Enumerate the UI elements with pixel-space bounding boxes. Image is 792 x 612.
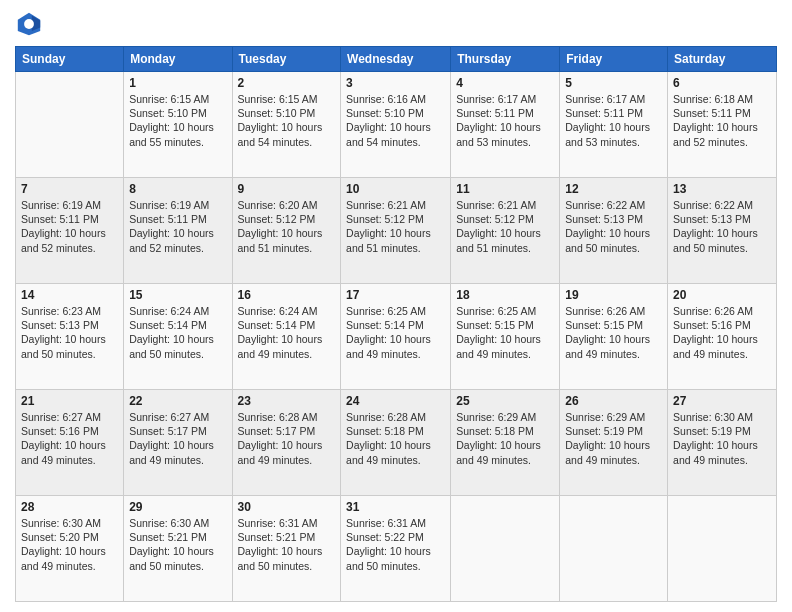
day-number: 7 xyxy=(21,182,118,196)
day-cell: 12Sunrise: 6:22 AM Sunset: 5:13 PM Dayli… xyxy=(560,178,668,284)
day-number: 31 xyxy=(346,500,445,514)
day-cell: 6Sunrise: 6:18 AM Sunset: 5:11 PM Daylig… xyxy=(668,72,777,178)
svg-point-2 xyxy=(24,19,34,29)
day-number: 10 xyxy=(346,182,445,196)
day-cell: 21Sunrise: 6:27 AM Sunset: 5:16 PM Dayli… xyxy=(16,390,124,496)
calendar: SundayMondayTuesdayWednesdayThursdayFrid… xyxy=(15,46,777,602)
day-info: Sunrise: 6:16 AM Sunset: 5:10 PM Dayligh… xyxy=(346,92,445,149)
day-info: Sunrise: 6:15 AM Sunset: 5:10 PM Dayligh… xyxy=(129,92,226,149)
day-number: 4 xyxy=(456,76,554,90)
day-info: Sunrise: 6:28 AM Sunset: 5:18 PM Dayligh… xyxy=(346,410,445,467)
day-number: 14 xyxy=(21,288,118,302)
col-header-monday: Monday xyxy=(124,47,232,72)
day-cell: 11Sunrise: 6:21 AM Sunset: 5:12 PM Dayli… xyxy=(451,178,560,284)
day-cell: 28Sunrise: 6:30 AM Sunset: 5:20 PM Dayli… xyxy=(16,496,124,602)
day-number: 8 xyxy=(129,182,226,196)
day-number: 1 xyxy=(129,76,226,90)
day-info: Sunrise: 6:23 AM Sunset: 5:13 PM Dayligh… xyxy=(21,304,118,361)
calendar-header-row: SundayMondayTuesdayWednesdayThursdayFrid… xyxy=(16,47,777,72)
day-cell: 30Sunrise: 6:31 AM Sunset: 5:21 PM Dayli… xyxy=(232,496,341,602)
day-info: Sunrise: 6:25 AM Sunset: 5:15 PM Dayligh… xyxy=(456,304,554,361)
day-info: Sunrise: 6:26 AM Sunset: 5:15 PM Dayligh… xyxy=(565,304,662,361)
day-cell: 22Sunrise: 6:27 AM Sunset: 5:17 PM Dayli… xyxy=(124,390,232,496)
day-number: 15 xyxy=(129,288,226,302)
day-info: Sunrise: 6:29 AM Sunset: 5:19 PM Dayligh… xyxy=(565,410,662,467)
day-number: 26 xyxy=(565,394,662,408)
day-cell: 8Sunrise: 6:19 AM Sunset: 5:11 PM Daylig… xyxy=(124,178,232,284)
day-number: 30 xyxy=(238,500,336,514)
day-info: Sunrise: 6:31 AM Sunset: 5:22 PM Dayligh… xyxy=(346,516,445,573)
day-number: 16 xyxy=(238,288,336,302)
col-header-thursday: Thursday xyxy=(451,47,560,72)
day-number: 12 xyxy=(565,182,662,196)
day-cell: 2Sunrise: 6:15 AM Sunset: 5:10 PM Daylig… xyxy=(232,72,341,178)
day-cell: 3Sunrise: 6:16 AM Sunset: 5:10 PM Daylig… xyxy=(341,72,451,178)
day-cell: 24Sunrise: 6:28 AM Sunset: 5:18 PM Dayli… xyxy=(341,390,451,496)
week-row-0: 1Sunrise: 6:15 AM Sunset: 5:10 PM Daylig… xyxy=(16,72,777,178)
day-info: Sunrise: 6:18 AM Sunset: 5:11 PM Dayligh… xyxy=(673,92,771,149)
day-cell: 7Sunrise: 6:19 AM Sunset: 5:11 PM Daylig… xyxy=(16,178,124,284)
day-number: 27 xyxy=(673,394,771,408)
day-number: 24 xyxy=(346,394,445,408)
day-cell: 29Sunrise: 6:30 AM Sunset: 5:21 PM Dayli… xyxy=(124,496,232,602)
day-number: 11 xyxy=(456,182,554,196)
day-cell: 9Sunrise: 6:20 AM Sunset: 5:12 PM Daylig… xyxy=(232,178,341,284)
day-cell xyxy=(668,496,777,602)
col-header-wednesday: Wednesday xyxy=(341,47,451,72)
week-row-2: 14Sunrise: 6:23 AM Sunset: 5:13 PM Dayli… xyxy=(16,284,777,390)
day-cell: 26Sunrise: 6:29 AM Sunset: 5:19 PM Dayli… xyxy=(560,390,668,496)
day-cell: 4Sunrise: 6:17 AM Sunset: 5:11 PM Daylig… xyxy=(451,72,560,178)
day-cell: 13Sunrise: 6:22 AM Sunset: 5:13 PM Dayli… xyxy=(668,178,777,284)
day-number: 9 xyxy=(238,182,336,196)
page: SundayMondayTuesdayWednesdayThursdayFrid… xyxy=(0,0,792,612)
week-row-3: 21Sunrise: 6:27 AM Sunset: 5:16 PM Dayli… xyxy=(16,390,777,496)
day-info: Sunrise: 6:30 AM Sunset: 5:19 PM Dayligh… xyxy=(673,410,771,467)
day-info: Sunrise: 6:21 AM Sunset: 5:12 PM Dayligh… xyxy=(456,198,554,255)
day-number: 28 xyxy=(21,500,118,514)
week-row-1: 7Sunrise: 6:19 AM Sunset: 5:11 PM Daylig… xyxy=(16,178,777,284)
day-cell: 23Sunrise: 6:28 AM Sunset: 5:17 PM Dayli… xyxy=(232,390,341,496)
day-info: Sunrise: 6:30 AM Sunset: 5:21 PM Dayligh… xyxy=(129,516,226,573)
day-info: Sunrise: 6:22 AM Sunset: 5:13 PM Dayligh… xyxy=(565,198,662,255)
day-cell: 16Sunrise: 6:24 AM Sunset: 5:14 PM Dayli… xyxy=(232,284,341,390)
day-number: 18 xyxy=(456,288,554,302)
day-info: Sunrise: 6:24 AM Sunset: 5:14 PM Dayligh… xyxy=(238,304,336,361)
day-info: Sunrise: 6:21 AM Sunset: 5:12 PM Dayligh… xyxy=(346,198,445,255)
col-header-friday: Friday xyxy=(560,47,668,72)
col-header-tuesday: Tuesday xyxy=(232,47,341,72)
day-cell: 17Sunrise: 6:25 AM Sunset: 5:14 PM Dayli… xyxy=(341,284,451,390)
day-cell: 20Sunrise: 6:26 AM Sunset: 5:16 PM Dayli… xyxy=(668,284,777,390)
day-info: Sunrise: 6:25 AM Sunset: 5:14 PM Dayligh… xyxy=(346,304,445,361)
logo-icon xyxy=(15,10,43,38)
day-number: 2 xyxy=(238,76,336,90)
day-number: 13 xyxy=(673,182,771,196)
day-cell: 25Sunrise: 6:29 AM Sunset: 5:18 PM Dayli… xyxy=(451,390,560,496)
day-info: Sunrise: 6:17 AM Sunset: 5:11 PM Dayligh… xyxy=(456,92,554,149)
week-row-4: 28Sunrise: 6:30 AM Sunset: 5:20 PM Dayli… xyxy=(16,496,777,602)
day-cell: 5Sunrise: 6:17 AM Sunset: 5:11 PM Daylig… xyxy=(560,72,668,178)
col-header-sunday: Sunday xyxy=(16,47,124,72)
day-info: Sunrise: 6:22 AM Sunset: 5:13 PM Dayligh… xyxy=(673,198,771,255)
day-number: 22 xyxy=(129,394,226,408)
day-info: Sunrise: 6:29 AM Sunset: 5:18 PM Dayligh… xyxy=(456,410,554,467)
day-cell xyxy=(560,496,668,602)
day-info: Sunrise: 6:28 AM Sunset: 5:17 PM Dayligh… xyxy=(238,410,336,467)
col-header-saturday: Saturday xyxy=(668,47,777,72)
day-cell: 15Sunrise: 6:24 AM Sunset: 5:14 PM Dayli… xyxy=(124,284,232,390)
day-cell: 19Sunrise: 6:26 AM Sunset: 5:15 PM Dayli… xyxy=(560,284,668,390)
day-number: 20 xyxy=(673,288,771,302)
day-info: Sunrise: 6:26 AM Sunset: 5:16 PM Dayligh… xyxy=(673,304,771,361)
day-number: 29 xyxy=(129,500,226,514)
day-number: 21 xyxy=(21,394,118,408)
day-info: Sunrise: 6:19 AM Sunset: 5:11 PM Dayligh… xyxy=(21,198,118,255)
day-cell: 14Sunrise: 6:23 AM Sunset: 5:13 PM Dayli… xyxy=(16,284,124,390)
day-info: Sunrise: 6:31 AM Sunset: 5:21 PM Dayligh… xyxy=(238,516,336,573)
day-number: 17 xyxy=(346,288,445,302)
day-cell: 27Sunrise: 6:30 AM Sunset: 5:19 PM Dayli… xyxy=(668,390,777,496)
day-number: 5 xyxy=(565,76,662,90)
day-info: Sunrise: 6:17 AM Sunset: 5:11 PM Dayligh… xyxy=(565,92,662,149)
day-cell: 10Sunrise: 6:21 AM Sunset: 5:12 PM Dayli… xyxy=(341,178,451,284)
day-cell: 18Sunrise: 6:25 AM Sunset: 5:15 PM Dayli… xyxy=(451,284,560,390)
day-number: 3 xyxy=(346,76,445,90)
day-number: 25 xyxy=(456,394,554,408)
